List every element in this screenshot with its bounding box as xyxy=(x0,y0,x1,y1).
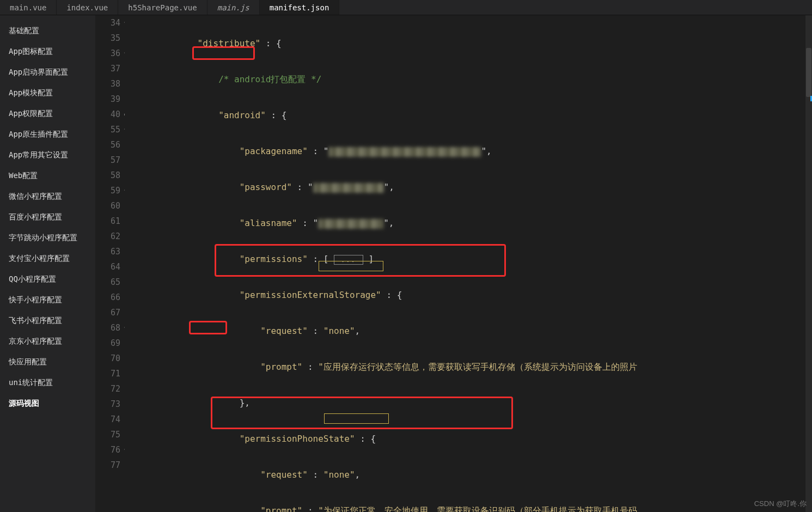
line-number: 66 xyxy=(95,290,120,305)
line-number: 71 xyxy=(95,366,120,381)
line-number: 61 xyxy=(95,214,120,229)
line-number: 68▾ xyxy=(95,320,120,336)
watermark: CSDN @叮咚.你 xyxy=(754,499,807,509)
sidebar-item-bytedance[interactable]: 字节跳动小程序配置 xyxy=(0,228,95,248)
sidebar-item-source-view[interactable]: 源码视图 xyxy=(0,393,95,414)
line-number: 34▾ xyxy=(95,15,120,31)
redacted-value xyxy=(313,183,384,193)
line-number: 57 xyxy=(95,153,120,168)
redacted-value xyxy=(318,219,383,229)
line-number: 39 xyxy=(95,92,120,107)
sidebar-item-app-other[interactable]: App常用其它设置 xyxy=(0,145,95,166)
line-number: 67 xyxy=(95,305,120,320)
line-number: 65 xyxy=(95,275,120,290)
line-number: 73 xyxy=(95,397,120,412)
line-number: 70 xyxy=(95,351,120,366)
tab-main-vue[interactable]: main.vue xyxy=(0,0,57,15)
line-number: 59▾ xyxy=(95,183,120,198)
tab-manifest-json[interactable]: manifest.json xyxy=(260,0,340,15)
line-number: 62 xyxy=(95,229,120,244)
code-editor[interactable]: "distribute" : { /* android打包配置 */ "andr… xyxy=(125,15,812,512)
scrollbar-track[interactable] xyxy=(805,15,812,512)
line-number: 37 xyxy=(95,61,120,76)
sidebar-item-quickapp[interactable]: 快应用配置 xyxy=(0,352,95,373)
redacted-value xyxy=(328,147,481,157)
line-number-gutter: 34▾ 35 36▾ 37 38 39 40▸ 55▾ 56 57 58 59▾… xyxy=(95,15,125,512)
highlight-runtestapp-2 xyxy=(324,413,389,424)
scrollbar-thumb[interactable] xyxy=(806,48,811,97)
line-number: 63 xyxy=(95,244,120,259)
line-number: 35 xyxy=(95,31,120,46)
line-number: 76▾ xyxy=(95,442,120,458)
line-number: 58 xyxy=(95,168,120,183)
line-number: 64 xyxy=(95,259,120,275)
line-number: 38 xyxy=(95,76,120,92)
line-number: 40▸ xyxy=(95,107,120,122)
tab-index-vue[interactable]: index.vue xyxy=(57,0,118,15)
sidebar-item-app-modules[interactable]: App模块配置 xyxy=(0,83,95,103)
line-number: 60 xyxy=(95,198,120,214)
sidebar-item-uni-stats[interactable]: uni统计配置 xyxy=(0,373,95,393)
sidebar-item-app-native[interactable]: App原生插件配置 xyxy=(0,124,95,145)
line-number: 56 xyxy=(95,137,120,153)
sidebar-item-wechat[interactable]: 微信小程序配置 xyxy=(0,186,95,207)
line-number: 69 xyxy=(95,336,120,351)
line-number: 36▾ xyxy=(95,46,120,61)
folded-region[interactable]: ... xyxy=(334,255,363,265)
config-sidebar: 基础配置 App图标配置 App启动界面配置 App模块配置 App权限配置 A… xyxy=(0,15,95,512)
sidebar-item-app-perms[interactable]: App权限配置 xyxy=(0,103,95,124)
sidebar-item-kuaishou[interactable]: 快手小程序配置 xyxy=(0,290,95,310)
line-number: 72 xyxy=(95,381,120,397)
sidebar-item-jd[interactable]: 京东小程序配置 xyxy=(0,331,95,352)
tab-h5sharepage[interactable]: h5SharePage.vue xyxy=(118,0,207,15)
tab-main-js[interactable]: main.js xyxy=(207,0,260,15)
sidebar-item-app-splash[interactable]: App启动界面配置 xyxy=(0,62,95,83)
sidebar-item-alipay[interactable]: 支付宝小程序配置 xyxy=(0,248,95,269)
line-number: 75 xyxy=(95,427,120,442)
sidebar-item-basic[interactable]: 基础配置 xyxy=(0,21,95,41)
sidebar-item-qq[interactable]: QQ小程序配置 xyxy=(0,269,95,290)
sidebar-item-feishu[interactable]: 飞书小程序配置 xyxy=(0,310,95,331)
line-number: 77 xyxy=(95,458,120,473)
sidebar-item-baidu[interactable]: 百度小程序配置 xyxy=(0,207,95,228)
sidebar-item-app-icon[interactable]: App图标配置 xyxy=(0,41,95,62)
line-number: 55▾ xyxy=(95,122,120,137)
tab-bar: main.vue index.vue h5SharePage.vue main.… xyxy=(0,0,812,15)
line-number: 74 xyxy=(95,412,120,427)
sidebar-item-web[interactable]: Web配置 xyxy=(0,166,95,186)
